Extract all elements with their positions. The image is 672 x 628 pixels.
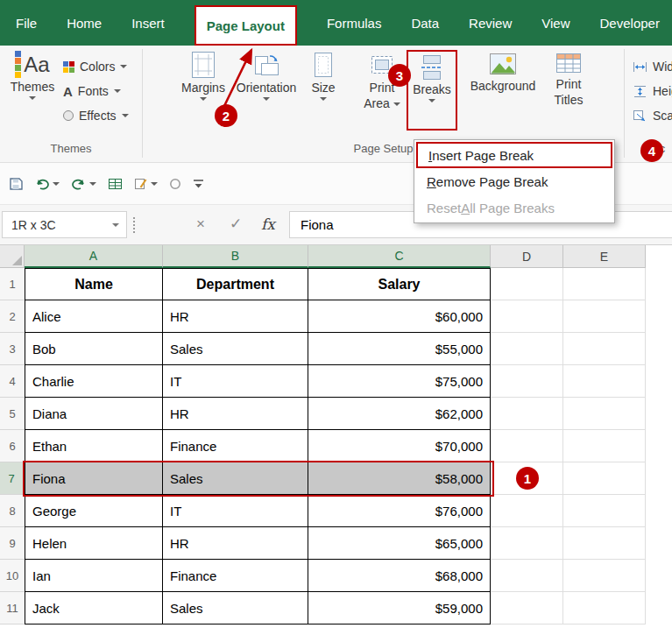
margins-button[interactable]: Margins — [178, 51, 229, 101]
cell-A3[interactable]: Bob — [25, 333, 163, 365]
cell-D11[interactable] — [491, 592, 563, 624]
scale-width-control[interactable]: Widt — [633, 56, 672, 77]
cell-E11[interactable] — [563, 592, 646, 624]
customize-qat-button[interactable] — [193, 179, 204, 188]
cell-C9[interactable]: $65,000 — [308, 527, 491, 560]
column-header-D[interactable]: D — [491, 245, 563, 268]
menu-item-remove-page-break[interactable]: Remove Page Break — [416, 168, 612, 194]
cell-A6[interactable]: Ethan — [25, 430, 163, 462]
cell-D2[interactable] — [491, 300, 563, 333]
cell-B2[interactable]: HR — [163, 300, 308, 333]
background-button[interactable]: Background — [469, 51, 537, 93]
cell-D9[interactable] — [491, 527, 563, 560]
name-box[interactable]: 1R x 3C — [2, 211, 127, 238]
cell-B5[interactable]: HR — [163, 398, 308, 430]
row-header-4[interactable]: 4 — [0, 365, 25, 398]
row-header-7[interactable]: 7 — [0, 462, 25, 495]
cell-A8[interactable]: George — [25, 495, 163, 527]
cell-D6[interactable] — [491, 430, 563, 462]
row-header-9[interactable]: 9 — [0, 527, 25, 560]
cell-B4[interactable]: IT — [163, 365, 308, 398]
enter-button[interactable]: ✓ — [230, 215, 242, 234]
save-button[interactable] — [9, 177, 23, 191]
effects-button[interactable]: Effects — [63, 105, 129, 126]
cell-A4[interactable]: Charlie — [25, 365, 163, 398]
cell-D5[interactable] — [491, 398, 563, 430]
scale-control[interactable]: Scale — [633, 105, 672, 126]
tab-view[interactable]: View — [541, 0, 569, 46]
menu-item-insert-page-break[interactable]: Insert Page Break — [416, 142, 612, 168]
cell-A5[interactable]: Diana — [25, 398, 163, 430]
orientation-button[interactable]: Orientation — [232, 51, 301, 101]
cell-D10[interactable] — [491, 560, 563, 592]
cell-B9[interactable]: HR — [163, 527, 308, 560]
cell-B11[interactable]: Sales — [163, 592, 308, 624]
row-header-6[interactable]: 6 — [0, 430, 25, 462]
print-titles-button[interactable]: Print Titles — [543, 51, 594, 107]
cell-D8[interactable] — [491, 495, 563, 527]
cell-C1[interactable]: Salary — [308, 268, 491, 300]
undo-button[interactable] — [34, 178, 60, 190]
colors-button[interactable]: Colors — [63, 56, 127, 77]
cell-A2[interactable]: Alice — [25, 300, 163, 333]
cell-B6[interactable]: Finance — [163, 430, 308, 462]
row-header-2[interactable]: 2 — [0, 300, 25, 333]
breaks-button[interactable]: Breaks — [407, 50, 457, 131]
cancel-button[interactable]: × — [196, 215, 205, 234]
cell-C4[interactable]: $75,000 — [308, 365, 491, 398]
cell-E2[interactable] — [563, 300, 646, 333]
row-header-1[interactable]: 1 — [0, 268, 25, 300]
tab-formulas[interactable]: Formulas — [327, 0, 382, 46]
tab-data[interactable]: Data — [411, 0, 439, 46]
column-header-A[interactable]: A — [25, 245, 163, 268]
tab-page-layout[interactable]: Page Layout — [195, 5, 297, 46]
cell-E4[interactable] — [563, 365, 646, 398]
cell-A11[interactable]: Jack — [25, 592, 163, 624]
column-header-B[interactable]: B — [163, 245, 308, 268]
cell-A1[interactable]: Name — [25, 268, 163, 300]
row-header-5[interactable]: 5 — [0, 398, 25, 430]
cell-E7[interactable] — [563, 462, 646, 495]
row-header-11[interactable]: 11 — [0, 592, 25, 624]
tab-review[interactable]: Review — [469, 0, 512, 46]
cell-C2[interactable]: $60,000 — [308, 300, 491, 333]
status-button[interactable] — [169, 178, 181, 190]
tab-file[interactable]: File — [16, 0, 37, 46]
cell-E1[interactable] — [563, 268, 646, 300]
cell-D4[interactable] — [491, 365, 563, 398]
tab-developer[interactable]: Developer — [600, 0, 660, 46]
themes-button[interactable]: Aa Themes — [7, 51, 58, 100]
insert-function-button[interactable]: fx — [261, 215, 275, 234]
tab-home[interactable]: Home — [67, 0, 102, 46]
cell-B8[interactable]: IT — [163, 495, 308, 527]
row-header-10[interactable]: 10 — [0, 560, 25, 592]
cell-C10[interactable]: $68,000 — [308, 560, 491, 592]
column-header-C[interactable]: C — [308, 245, 491, 268]
cell-C11[interactable]: $59,000 — [308, 592, 491, 624]
cell-C3[interactable]: $55,000 — [308, 333, 491, 365]
tab-insert[interactable]: Insert — [131, 0, 165, 46]
cell-B3[interactable]: Sales — [163, 333, 308, 365]
editing-mode-button[interactable] — [134, 177, 158, 190]
size-button[interactable]: Size — [304, 51, 343, 101]
cell-A9[interactable]: Helen — [25, 527, 163, 560]
cell-E10[interactable] — [563, 560, 646, 592]
redo-button[interactable] — [71, 178, 96, 190]
cell-E5[interactable] — [563, 398, 646, 430]
cell-D3[interactable] — [491, 333, 563, 365]
cell-E3[interactable] — [563, 333, 646, 365]
cell-E9[interactable] — [563, 527, 646, 560]
cell-B7[interactable]: Sales — [163, 462, 308, 495]
row-header-8[interactable]: 8 — [0, 495, 25, 527]
column-header-E[interactable]: E — [563, 245, 646, 268]
cell-D1[interactable] — [491, 268, 563, 300]
cell-C8[interactable]: $76,000 — [308, 495, 491, 527]
cell-B10[interactable]: Finance — [163, 560, 308, 592]
fonts-button[interactable]: A Fonts — [63, 81, 121, 102]
cell-C5[interactable]: $62,000 — [308, 398, 491, 430]
cell-E6[interactable] — [563, 430, 646, 462]
cell-A7[interactable]: Fiona — [25, 462, 163, 495]
scale-height-control[interactable]: Heig — [633, 81, 672, 102]
select-all-corner[interactable] — [0, 245, 25, 268]
cell-C7[interactable]: $58,000 — [308, 462, 491, 495]
